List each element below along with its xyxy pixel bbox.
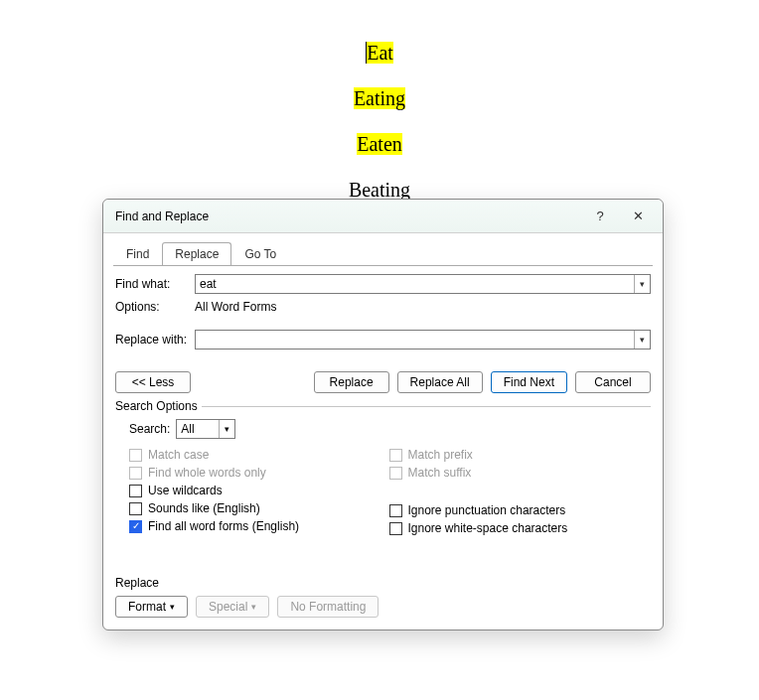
check-match-prefix: Match prefix xyxy=(389,447,650,463)
doc-word-2: Eating xyxy=(354,87,405,109)
dialog-title: Find and Replace xyxy=(115,210,581,223)
find-what-label: Find what: xyxy=(115,277,195,291)
check-match-case: Match case xyxy=(129,447,389,463)
replace-with-combo[interactable]: ▾ xyxy=(195,330,651,350)
checkbox-icon xyxy=(129,485,142,497)
doc-word-1: Eat xyxy=(366,42,393,64)
check-ignore-punct[interactable]: Ignore punctuation characters xyxy=(389,502,650,518)
replace-formatting-section: Replace Format▾ Special▾ No Formatting xyxy=(115,576,651,618)
checkbox-icon xyxy=(389,467,402,480)
doc-word-4: Beating xyxy=(349,179,410,201)
less-button[interactable]: << Less xyxy=(115,371,191,393)
options-label: Options: xyxy=(115,300,195,314)
chevron-down-icon: ▾ xyxy=(251,602,256,612)
check-wildcards[interactable]: Use wildcards xyxy=(129,483,389,498)
tab-find[interactable]: Find xyxy=(113,242,162,266)
titlebar[interactable]: Find and Replace ? ✕ xyxy=(103,200,663,233)
doc-word-3: Eaten xyxy=(357,133,402,155)
checkbox-icon xyxy=(389,504,402,517)
tab-goto[interactable]: Go To xyxy=(231,242,289,266)
replace-section-header: Replace xyxy=(115,576,651,590)
tab-strip: Find Replace Go To xyxy=(103,233,663,265)
check-whole-words: Find whole words only xyxy=(129,465,389,481)
help-button[interactable]: ? xyxy=(581,204,619,229)
replace-all-button[interactable]: Replace All xyxy=(397,371,483,393)
dialog-content: Find what: ▾ Options: All Word Forms Rep… xyxy=(103,266,663,630)
special-button: Special▾ xyxy=(196,596,269,618)
checkbox-icon: ✓ xyxy=(129,520,142,533)
replace-with-label: Replace with: xyxy=(115,333,195,347)
chevron-down-icon[interactable]: ▾ xyxy=(634,275,650,293)
search-direction-value: All xyxy=(177,420,219,438)
options-value: All Word Forms xyxy=(195,300,651,314)
chevron-down-icon: ▾ xyxy=(170,602,175,612)
close-button[interactable]: ✕ xyxy=(619,204,657,229)
chevron-down-icon[interactable]: ▾ xyxy=(634,331,650,349)
find-replace-dialog: Find and Replace ? ✕ Find Replace Go To … xyxy=(102,199,664,630)
search-direction-combo[interactable]: All ▾ xyxy=(176,419,235,439)
find-next-button[interactable]: Find Next xyxy=(491,371,567,393)
checkbox-icon xyxy=(129,449,142,462)
search-options-group: Search Options Search: All ▾ Match case … xyxy=(115,399,651,540)
search-direction-label: Search: xyxy=(129,422,170,436)
check-word-forms[interactable]: ✓Find all word forms (English) xyxy=(129,518,389,534)
tab-replace[interactable]: Replace xyxy=(162,242,231,266)
check-sounds-like[interactable]: Sounds like (English) xyxy=(129,500,389,516)
replace-button[interactable]: Replace xyxy=(314,371,389,393)
check-match-suffix: Match suffix xyxy=(389,465,650,481)
search-options-legend: Search Options xyxy=(115,399,202,413)
format-button[interactable]: Format▾ xyxy=(115,596,188,618)
chevron-down-icon[interactable]: ▾ xyxy=(219,420,234,438)
checkbox-icon xyxy=(389,449,402,462)
checkbox-icon xyxy=(389,522,402,535)
find-what-combo[interactable]: ▾ xyxy=(195,274,651,294)
find-what-input[interactable] xyxy=(196,275,634,293)
document-area: Eat Eating Eaten Beating xyxy=(0,0,759,212)
replace-with-input[interactable] xyxy=(196,331,634,349)
checkbox-icon xyxy=(129,467,142,480)
checkbox-icon xyxy=(129,502,142,515)
cancel-button[interactable]: Cancel xyxy=(575,371,651,393)
check-ignore-whitespace[interactable]: Ignore white-space characters xyxy=(389,520,650,536)
no-formatting-button: No Formatting xyxy=(277,596,379,618)
